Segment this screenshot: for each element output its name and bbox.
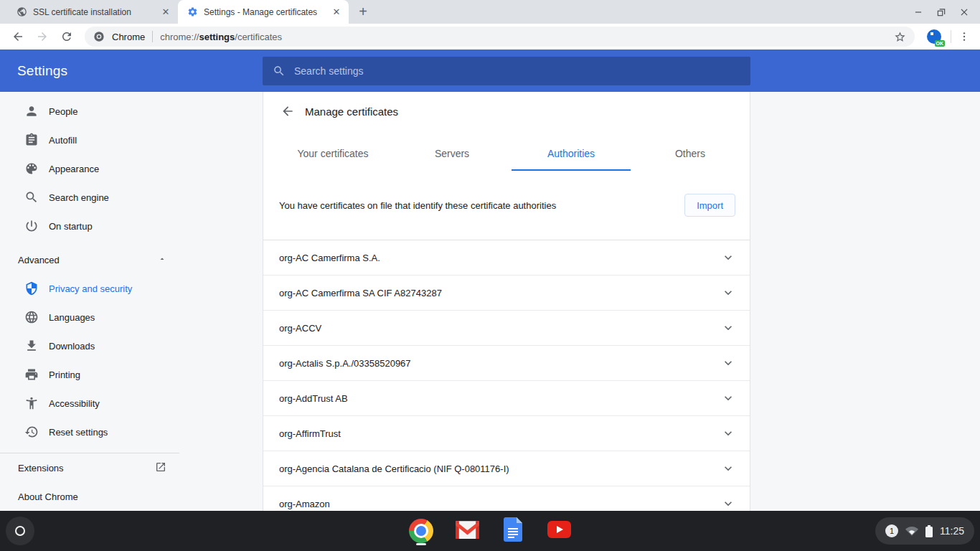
sidebar-item-accessibility[interactable]: Accessibility xyxy=(0,389,179,418)
status-tray[interactable]: 1 11:25 xyxy=(875,517,974,545)
browser-tabstrip: SSL certificate installation ✕ Settings … xyxy=(0,0,980,24)
sidebar-item-label: Autofill xyxy=(49,135,77,146)
tab-title: SSL certificate installation xyxy=(33,7,154,17)
wifi-icon xyxy=(905,524,918,537)
search-settings-input[interactable] xyxy=(294,65,740,77)
sidebar-item-printing[interactable]: Printing xyxy=(0,360,179,389)
sidebar-item-label: Printing xyxy=(49,369,80,380)
search-icon xyxy=(273,65,286,77)
advanced-label: Advanced xyxy=(18,255,60,265)
toolbar-divider xyxy=(951,30,951,43)
chevron-down-icon[interactable] xyxy=(721,461,735,476)
sidebar-item-people[interactable]: People xyxy=(0,97,179,126)
chevron-down-icon[interactable] xyxy=(721,391,735,405)
sidebar-advanced-toggle[interactable]: Advanced xyxy=(0,245,179,274)
certificate-name: org-AddTrust AB xyxy=(279,393,348,404)
reload-icon[interactable] xyxy=(57,27,77,47)
new-tab-button[interactable]: + xyxy=(353,1,373,22)
authorities-description: You have certificates on file that ident… xyxy=(279,200,556,211)
sidebar-item-on-startup[interactable]: On startup xyxy=(0,212,179,240)
restore-icon[interactable] xyxy=(930,0,953,24)
chevron-down-icon[interactable] xyxy=(721,356,735,370)
site-name: Chrome xyxy=(112,32,145,42)
browser-tab-ssl-certificate[interactable]: SSL certificate installation ✕ xyxy=(7,0,178,24)
sidebar-item-reset-settings[interactable]: Reset settings xyxy=(0,418,179,446)
certificate-name: org-AC Camerfirma S.A. xyxy=(279,253,380,263)
sidebar-item-downloads[interactable]: Downloads xyxy=(0,331,179,360)
sidebar-item-appearance[interactable]: Appearance xyxy=(0,154,179,183)
printer-icon xyxy=(24,367,39,382)
shield-icon xyxy=(24,281,39,296)
certificate-row[interactable]: org-AddTrust AB xyxy=(263,381,750,416)
browser-tab-settings[interactable]: Settings - Manage certificates ✕ xyxy=(178,0,349,24)
certificate-row[interactable]: org-ACCV xyxy=(263,311,750,346)
chromeos-screen: SSL certificate installation ✕ Settings … xyxy=(0,0,980,551)
chrome-icon xyxy=(409,519,433,543)
certificate-name: org-Actalis S.p.A./03358520967 xyxy=(279,358,411,369)
youtube-icon xyxy=(547,521,571,541)
import-button[interactable]: Import xyxy=(684,194,735,217)
extension-badge: OK xyxy=(935,40,946,47)
clock: 11:25 xyxy=(940,525,964,537)
certificate-row[interactable]: org-AC Camerfirma SA CIF A82743287 xyxy=(263,276,750,311)
certificate-name: org-Agencia Catalana de Certificacio (NI… xyxy=(279,463,509,474)
chevron-down-icon[interactable] xyxy=(721,426,735,441)
open-in-new-icon xyxy=(155,461,166,475)
battery-icon xyxy=(925,525,933,537)
palette-icon xyxy=(24,161,39,176)
docs-icon xyxy=(504,517,522,545)
sidebar-item-extensions[interactable]: Extensions xyxy=(0,453,179,482)
settings-gear-favicon-icon xyxy=(187,6,198,18)
back-icon[interactable] xyxy=(8,27,28,47)
settings-search-box[interactable] xyxy=(263,57,750,85)
tab-close-icon[interactable]: ✕ xyxy=(159,6,172,19)
tab-authorities[interactable]: Authorities xyxy=(512,138,631,171)
download-icon xyxy=(24,339,39,353)
sidebar-item-about-chrome[interactable]: About Chrome xyxy=(0,482,179,511)
page-header: Manage certificates xyxy=(263,92,750,131)
chevron-down-icon[interactable] xyxy=(721,250,735,265)
chrome-glyph-icon xyxy=(93,31,105,42)
certificate-name: org-AffirmTrust xyxy=(279,428,341,439)
sidebar-item-privacy-and-security[interactable]: Privacy and security xyxy=(0,274,179,303)
url-host: settings xyxy=(199,32,235,42)
shelf-app-docs[interactable] xyxy=(501,516,525,546)
sidebar-item-label: Downloads xyxy=(49,341,95,352)
tab-servers[interactable]: Servers xyxy=(392,138,512,171)
close-icon[interactable] xyxy=(953,0,976,24)
browser-toolbar: Chrome chrome://settings/certificates OK xyxy=(0,24,980,50)
extension-icon[interactable]: OK xyxy=(926,29,942,44)
tab-others[interactable]: Others xyxy=(631,138,750,171)
bookmark-star-icon[interactable] xyxy=(894,31,906,43)
about-chrome-label: About Chrome xyxy=(18,491,78,502)
tab-close-icon[interactable]: ✕ xyxy=(330,6,343,19)
search-icon xyxy=(24,190,39,204)
back-arrow-icon[interactable] xyxy=(281,104,295,118)
shelf-app-gmail[interactable] xyxy=(455,516,479,546)
sidebar-item-autofill[interactable]: Autofill xyxy=(0,126,179,154)
sidebar-item-label: Search engine xyxy=(49,192,109,203)
globe-favicon-icon xyxy=(16,6,27,18)
chevron-down-icon[interactable] xyxy=(721,286,735,300)
shelf-app-youtube[interactable] xyxy=(547,516,571,546)
settings-content: People Autofill Appearance Search engine… xyxy=(0,92,980,551)
certificate-row[interactable]: org-Actalis S.p.A./03358520967 xyxy=(263,346,750,381)
certificate-row[interactable]: org-AC Camerfirma S.A. xyxy=(263,240,750,276)
forward-icon[interactable] xyxy=(32,27,52,47)
window-controls xyxy=(907,0,980,24)
sidebar-item-languages[interactable]: Languages xyxy=(0,303,179,331)
certificate-row[interactable]: org-AffirmTrust xyxy=(263,416,750,451)
launcher-button[interactable] xyxy=(6,517,34,545)
history-icon xyxy=(24,425,39,439)
sidebar-item-search-engine[interactable]: Search engine xyxy=(0,183,179,212)
omnibox[interactable]: Chrome chrome://settings/certificates xyxy=(85,27,915,47)
certificate-row[interactable]: org-Agencia Catalana de Certificacio (NI… xyxy=(263,451,750,486)
tab-your-certificates[interactable]: Your certificates xyxy=(273,138,392,171)
settings-sidebar: People Autofill Appearance Search engine… xyxy=(0,92,179,511)
browser-menu-icon[interactable] xyxy=(954,27,974,47)
minimize-icon[interactable] xyxy=(907,0,930,24)
autofill-icon xyxy=(24,133,39,147)
chevron-down-icon[interactable] xyxy=(721,496,735,511)
shelf-app-chrome[interactable] xyxy=(409,516,433,546)
chevron-down-icon[interactable] xyxy=(721,321,735,335)
